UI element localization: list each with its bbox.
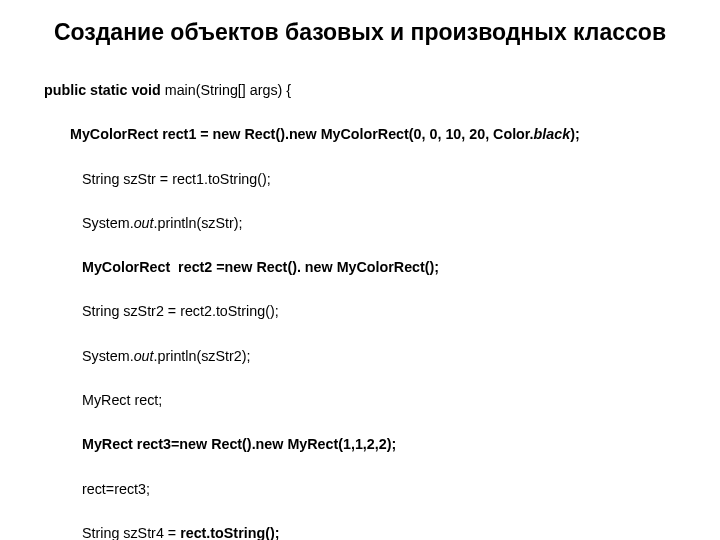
slide-title: Создание объектов базовых и производных … bbox=[44, 18, 676, 47]
text: .println(szStr); bbox=[154, 215, 243, 231]
text: System. bbox=[82, 348, 134, 364]
code-line: rect=rect3; bbox=[44, 478, 676, 500]
text: System. bbox=[82, 215, 134, 231]
text: MyColorRect rect1 = new Rect().new MyCol… bbox=[70, 126, 534, 142]
text: rect.toString(); bbox=[180, 525, 279, 540]
text: out bbox=[134, 215, 154, 231]
code-line: MyRect rect; bbox=[44, 389, 676, 411]
code-line: String szStr4 = rect.toString(); bbox=[44, 522, 676, 540]
code-line: String szStr2 = rect2.toString(); bbox=[44, 300, 676, 322]
text: MyRect rect3=new Rect().new MyRect(1,1,2… bbox=[82, 436, 396, 452]
code-line: public static void main(String[] args) { bbox=[44, 79, 676, 101]
text: .println(szStr2); bbox=[154, 348, 251, 364]
code-block: public static void main(String[] args) {… bbox=[44, 57, 676, 540]
text: ); bbox=[570, 126, 580, 142]
text: String szStr2 = rect2.toString(); bbox=[82, 303, 279, 319]
keyword: public static void bbox=[44, 82, 161, 98]
text: String szStr4 = bbox=[82, 525, 180, 540]
text: main(String[] args) { bbox=[161, 82, 291, 98]
code-line: System.out.println(szStr2); bbox=[44, 345, 676, 367]
code-line: String szStr = rect1.toString(); bbox=[44, 168, 676, 190]
text: rect=rect3; bbox=[82, 481, 150, 497]
text: MyColorRect rect2 =new Rect(). new MyCol… bbox=[82, 259, 439, 275]
code-line: System.out.println(szStr); bbox=[44, 212, 676, 234]
code-line: MyRect rect3=new Rect().new MyRect(1,1,2… bbox=[44, 433, 676, 455]
text: String szStr = rect1.toString(); bbox=[82, 171, 271, 187]
text: MyRect rect; bbox=[82, 392, 162, 408]
text: black bbox=[534, 126, 571, 142]
text: out bbox=[134, 348, 154, 364]
code-line: MyColorRect rect2 =new Rect(). new MyCol… bbox=[44, 256, 676, 278]
code-line: MyColorRect rect1 = new Rect().new MyCol… bbox=[44, 123, 676, 145]
